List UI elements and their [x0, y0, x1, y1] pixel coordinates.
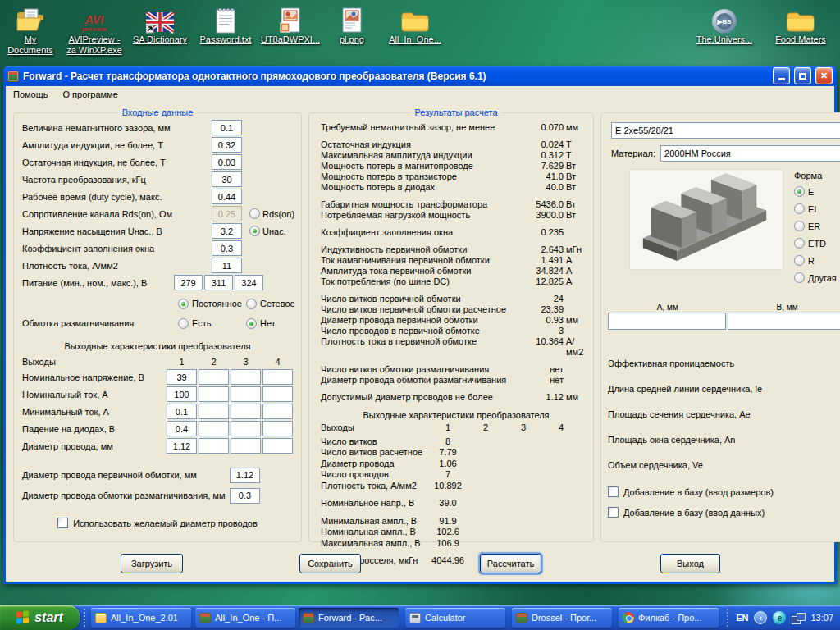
desktop-icon-label: UT8aDWPXI... [258, 34, 323, 45]
add-sizes-checkbox[interactable] [608, 486, 619, 497]
gap-input[interactable] [212, 120, 242, 135]
demag-wire-diameter-input[interactable] [230, 488, 260, 504]
desktop-icon-avipreview[interactable]: AVIpreview AVIPreview -za WinXP.exe [62, 3, 127, 56]
min-current-2[interactable] [199, 404, 229, 419]
calculate-button[interactable]: Рассчитать [480, 554, 541, 573]
diode-drop-2[interactable] [199, 421, 229, 436]
close-button[interactable]: ✕ [815, 67, 833, 84]
tray-collapse-icon[interactable]: ‹ [754, 611, 767, 624]
ac-supply-radio[interactable] [246, 299, 257, 309]
nominal-voltage-1[interactable] [167, 369, 197, 385]
diode-drop-3[interactable] [231, 421, 261, 436]
primary-wire-diameter-input[interactable] [230, 468, 260, 483]
language-indicator[interactable]: EN [736, 613, 748, 623]
duty-cycle-input[interactable] [212, 189, 242, 204]
desktop-icon-ut8adwpxi[interactable]: UT8aDWPXI... [258, 3, 323, 45]
desktop-icon-sa-dictionary[interactable]: SA Dictionary [128, 3, 192, 45]
desktop-icon-all-in-one[interactable]: All_In_One... [382, 3, 448, 45]
exit-button[interactable]: Выход [660, 554, 720, 573]
saturation-voltage-input[interactable] [212, 223, 242, 239]
result-row: Число витков обмотки размагничиваниянет [321, 364, 591, 375]
calculator-icon [409, 613, 421, 623]
network-tray-icon[interactable] [792, 613, 805, 623]
taskbar-task-filkab[interactable]: Филкаб - Про... [619, 608, 719, 628]
shape-er-radio[interactable] [794, 221, 805, 231]
minimize-button[interactable] [773, 67, 790, 84]
rds-on-radio[interactable] [249, 208, 260, 219]
folder-icon [768, 3, 833, 34]
induction-amplitude-input[interactable] [212, 137, 242, 153]
desktop-icon-my-documents[interactable]: My Documents [1, 3, 60, 56]
wire-diameter-4[interactable] [262, 438, 293, 454]
add-data-checkbox[interactable] [608, 507, 619, 518]
start-button[interactable]: start [0, 605, 80, 630]
supply-min-input[interactable] [174, 275, 203, 290]
shape-option: E [794, 183, 837, 200]
desktop-icon-the-univers[interactable]: ▶BS The.Univers... [691, 3, 758, 45]
wire-diameter-2[interactable] [199, 438, 229, 454]
nominal-voltage-4[interactable] [262, 369, 293, 385]
result-row: Максимальная амплитуда индукции0.312Т [321, 150, 591, 161]
taskbar-task-drossel[interactable]: Drossel - Прог... [512, 608, 612, 628]
diode-drop-1[interactable] [167, 421, 197, 436]
menu-help[interactable]: Помощь [6, 88, 56, 101]
supply-max-input[interactable] [235, 275, 263, 290]
taskbar-task-forward[interactable]: Forward - Рас... [299, 608, 399, 628]
result-row: Индуктивность первичной обмотки2.643мГн [321, 244, 591, 255]
desktop-icon-food-maters[interactable]: Food Maters [768, 3, 833, 45]
taskbar-task-all-in-one-app[interactable]: All_In_One - П... [195, 608, 295, 628]
current-density-input[interactable] [212, 258, 242, 273]
core-type-combobox[interactable]: E 2xe55/28/21 ▼ [611, 122, 840, 139]
load-button[interactable]: Загрузить [121, 554, 183, 573]
window-fill-factor-input[interactable] [212, 240, 242, 256]
use-custom-diameter-checkbox[interactable] [57, 518, 68, 528]
taskbar-task-calculator[interactable]: Calculator [405, 608, 505, 628]
result-out-row: Число проводов7 [321, 469, 591, 481]
shape-ei-radio[interactable] [794, 203, 805, 214]
material-combobox[interactable]: 2000НМ Россия ▼ [660, 145, 840, 162]
unas-radio[interactable] [249, 226, 260, 236]
min-current-3[interactable] [231, 404, 261, 419]
residual-induction-input[interactable] [212, 154, 242, 170]
shape-etd-radio[interactable] [794, 238, 805, 249]
taskbar-task-all-in-one-folder[interactable]: All_In_One_2.01 [91, 608, 191, 628]
diode-drop-4[interactable] [262, 421, 293, 436]
uk-flag-icon [128, 3, 192, 34]
dc-supply-radio[interactable] [178, 299, 189, 309]
demag-yes-radio[interactable] [178, 318, 189, 329]
menu-about[interactable]: О программе [56, 88, 126, 101]
shape-option: R [794, 252, 837, 269]
save-button[interactable]: Сохранить [299, 554, 361, 573]
frequency-input[interactable] [212, 171, 242, 187]
nominal-voltage-2[interactable] [199, 369, 229, 385]
desktop-icon-password-txt[interactable]: Password.txt [194, 3, 258, 45]
input-row: Амплитуда индукции, не более, Т [22, 136, 293, 153]
desktop: My Documents AVIpreview AVIPreview -za W… [0, 0, 840, 630]
nominal-current-2[interactable] [199, 386, 229, 402]
supply-nom-input[interactable] [204, 275, 233, 290]
wire-diameter-3[interactable] [231, 438, 261, 454]
wire-diameter-1[interactable] [167, 438, 197, 454]
demag-no-radio[interactable] [246, 318, 257, 329]
result-row: Диаметр провода обмотки размагничиваниян… [321, 375, 591, 386]
maximize-button[interactable] [794, 67, 811, 84]
nominal-current-1[interactable] [167, 386, 197, 402]
windows-flag-icon [16, 610, 30, 624]
size-b-input[interactable] [728, 313, 840, 330]
nominal-current-4[interactable] [262, 386, 293, 402]
result-row: Потребляемая нагрузкой мощность3900.0Вт [321, 210, 591, 221]
size-a-input[interactable] [608, 313, 726, 330]
taskbar-clock[interactable]: 13:07 [810, 613, 833, 623]
window-titlebar[interactable]: Forward - Расчет трансформатора однотакт… [3, 66, 837, 86]
min-current-4[interactable] [262, 404, 293, 419]
shape-option: ER [794, 217, 837, 235]
shape-e-radio[interactable] [794, 186, 805, 197]
demag-winding-row: Обмотка размагничивания Есть Нет [22, 313, 293, 333]
antivirus-tray-icon[interactable]: e [773, 611, 786, 624]
shape-r-radio[interactable] [794, 255, 805, 266]
desktop-icon-pl-png[interactable]: pl.png [325, 3, 379, 45]
nominal-voltage-3[interactable] [231, 369, 261, 385]
min-current-1[interactable] [167, 404, 197, 419]
shape-other-radio[interactable] [794, 272, 805, 283]
nominal-current-3[interactable] [231, 386, 261, 402]
